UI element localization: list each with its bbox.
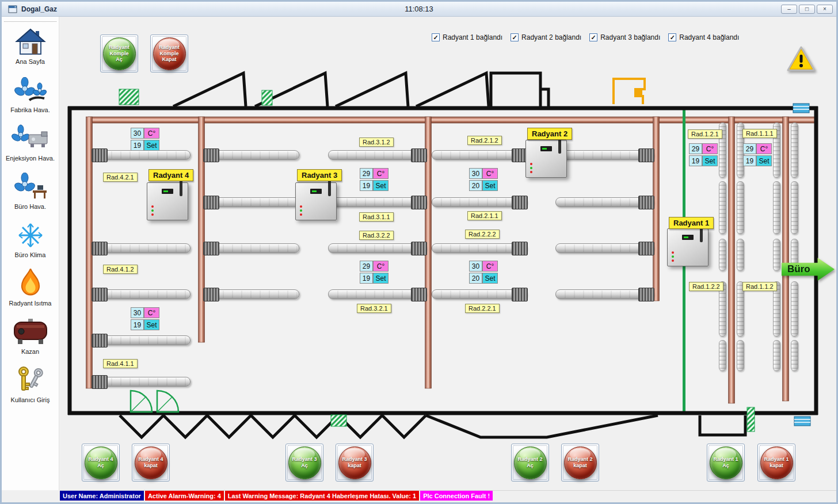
buro-nav-arrow[interactable]: Büro bbox=[782, 258, 835, 281]
radyant-3-kapat-button[interactable]: Radyant 3kapat bbox=[336, 444, 374, 482]
radiant-control-cabinet bbox=[525, 140, 567, 178]
sidebar-item-radyant-isitma[interactable]: Radyant Isıtma bbox=[2, 267, 59, 315]
app-window: Rad.4.2.1Rad.4.1.2Rad.4.1.1Rad.3.1.2Rad.… bbox=[0, 0, 838, 504]
sidebar-item-ana-sayfa[interactable]: Ana Sayfa bbox=[2, 25, 59, 74]
status-led bbox=[151, 205, 154, 208]
temp-setpoint-label: Set bbox=[482, 273, 498, 284]
button-label-line: Aç bbox=[97, 463, 104, 469]
sidebar-item-label: Kazan bbox=[21, 349, 39, 356]
checkbox-radyant-1-baglandi[interactable]: ✓Radyant 1 bağlandı bbox=[432, 33, 502, 41]
radyant-2-kapat-button[interactable]: Radyant 2kapat bbox=[561, 444, 599, 482]
minimize-button[interactable]: – bbox=[781, 5, 797, 14]
radiant-tube-heater bbox=[93, 289, 191, 299]
temp-unit-label: C° bbox=[756, 143, 772, 154]
button-label-line: Aç bbox=[116, 56, 123, 63]
wall-radiator-panel bbox=[737, 181, 744, 234]
close-button[interactable]: × bbox=[817, 5, 833, 14]
buro-arrow-shape: Büro bbox=[782, 258, 835, 281]
radyant-3-ac-button[interactable]: Radyant 3Aç bbox=[285, 444, 323, 482]
temp-setpoint-value: 19 bbox=[131, 319, 144, 330]
checkbox-box[interactable]: ✓ bbox=[668, 33, 676, 41]
checkbox-box[interactable]: ✓ bbox=[432, 33, 440, 41]
radiant-branch-label: Rad.1.2.1 bbox=[688, 129, 722, 139]
radiant-tube-heater bbox=[328, 197, 426, 207]
button-face: Radyant 2kapat bbox=[564, 446, 597, 479]
cabinet-leds bbox=[672, 251, 674, 262]
button-label-line: kapat bbox=[144, 463, 158, 469]
heater-burner-box bbox=[92, 242, 108, 255]
connection-checkbox-row: ✓Radyant 1 bağlandı✓Radyant 2 bağlandı✓R… bbox=[432, 33, 739, 41]
checkbox-box[interactable]: ✓ bbox=[589, 33, 597, 41]
temp-actual-value: 30 bbox=[469, 261, 482, 272]
radyant-4-ac-button[interactable]: Radyant 4Aç bbox=[82, 444, 120, 482]
temp-actual-row: 29C° bbox=[743, 143, 772, 154]
button-face: Radyant 4Aç bbox=[85, 446, 117, 479]
temp-unit-label: C° bbox=[144, 128, 159, 139]
checkbox-radyant-2-baglandi[interactable]: ✓Radyant 2 bağlandı bbox=[511, 33, 581, 41]
temp-actual-value: 29 bbox=[360, 168, 373, 179]
temp-unit-label: C° bbox=[702, 143, 718, 154]
status-user-name: User Name: Administrator bbox=[60, 491, 144, 501]
temp-unit-label: C° bbox=[482, 168, 498, 179]
radyant-4-kapat-button[interactable]: Radyant 4kapat bbox=[132, 444, 170, 482]
heater-burner-box bbox=[638, 148, 654, 162]
house-icon bbox=[15, 25, 46, 59]
status-active-alarm: Active Alarm-Warning: 4 bbox=[145, 491, 224, 501]
radiant-tube-heater bbox=[328, 289, 426, 299]
heater-burner-box bbox=[92, 148, 108, 162]
checkbox-radyant-4-baglandi[interactable]: ✓Radyant 4 bağlandı bbox=[668, 33, 739, 41]
temp-actual-row: 30C° bbox=[131, 128, 159, 139]
sidebar-item-buro-klima[interactable]: Büro Klima bbox=[2, 219, 59, 267]
master-komple-ac-button[interactable]: RadyantKompleAç bbox=[100, 35, 138, 72]
temp-setpoint-row: 19Set bbox=[743, 155, 772, 166]
cabinet-display bbox=[540, 146, 552, 151]
temperature-readout: 30C°19Set bbox=[131, 307, 159, 330]
radyant-1-kapat-button[interactable]: Radyant 1kapat bbox=[757, 444, 795, 482]
alarm-warning-icon[interactable] bbox=[787, 45, 816, 74]
radiant-tube-heater bbox=[204, 289, 299, 299]
checkbox-label: Radyant 1 bağlandı bbox=[443, 33, 502, 41]
radyant-2-ac-button[interactable]: Radyant 2Aç bbox=[511, 444, 549, 482]
temp-actual-value: 29 bbox=[360, 261, 373, 272]
button-face: Radyant 3kapat bbox=[338, 446, 371, 479]
checkbox-box[interactable]: ✓ bbox=[511, 33, 519, 41]
radiant-tube-heater bbox=[204, 243, 299, 253]
temp-actual-value: 29 bbox=[689, 143, 702, 154]
heater-burner-box bbox=[92, 288, 108, 301]
sidebar-item-buro-hava[interactable]: Büro Hava. bbox=[2, 170, 59, 219]
sidebar-item-label: Büro Klima bbox=[15, 252, 46, 259]
status-plc-fault: Plc Connection Fault ! bbox=[420, 491, 493, 501]
button-label-line: Radyant 2 bbox=[567, 456, 592, 463]
button-label-line: Aç bbox=[527, 463, 534, 469]
temp-setpoint-row: 19Set bbox=[131, 140, 159, 151]
maximize-button[interactable]: □ bbox=[799, 5, 815, 14]
sidebar-item-fabrika-hava[interactable]: Fabrika Hava. bbox=[2, 74, 59, 122]
temp-setpoint-row: 19Set bbox=[689, 155, 718, 166]
temperature-readout: 29C°19Set bbox=[360, 261, 388, 284]
temp-actual-row: 29C° bbox=[360, 168, 388, 179]
temp-unit-label: C° bbox=[144, 307, 159, 318]
sidebar-item-enjeksiyon-hava[interactable]: Enjeksiyon Hava. bbox=[2, 122, 59, 170]
heater-burner-box bbox=[411, 242, 427, 255]
button-face: Radyant 1Aç bbox=[710, 446, 742, 479]
sidebar-item-kazan[interactable]: Kazan bbox=[2, 315, 59, 364]
button-face: RadyantKompleAç bbox=[103, 37, 136, 70]
heater-burner-box bbox=[638, 288, 654, 301]
sidebar-item-kullanici-giris[interactable]: Kullanıcı Giriş bbox=[2, 364, 59, 412]
temp-setpoint-row: 20Set bbox=[469, 273, 498, 284]
sidebar-item-label: Kullanıcı Giriş bbox=[11, 397, 50, 404]
button-label-line: Kapat bbox=[162, 56, 176, 63]
radyant-1-ac-button[interactable]: Radyant 1Aç bbox=[707, 444, 745, 482]
radiant-unit-label: Radyant 4 bbox=[148, 169, 193, 181]
radiant-tube-heater bbox=[555, 243, 653, 253]
checkbox-radyant-3-baglandi[interactable]: ✓Radyant 3 bağlandı bbox=[589, 33, 660, 41]
master-komple-kapat-button[interactable]: RadyantKompleKapat bbox=[150, 35, 188, 72]
button-label-line: Radyant 1 bbox=[764, 456, 789, 463]
button-label-line: Radyant 1 bbox=[713, 456, 738, 463]
radiant-tube-heater bbox=[432, 289, 527, 299]
radiant-branch-label: Rad.3.1.1 bbox=[359, 212, 394, 222]
status-led bbox=[530, 167, 532, 169]
cabinet-display bbox=[682, 235, 694, 240]
wall-radiator-panel bbox=[791, 340, 798, 371]
wall-radiator-panel bbox=[737, 239, 744, 271]
